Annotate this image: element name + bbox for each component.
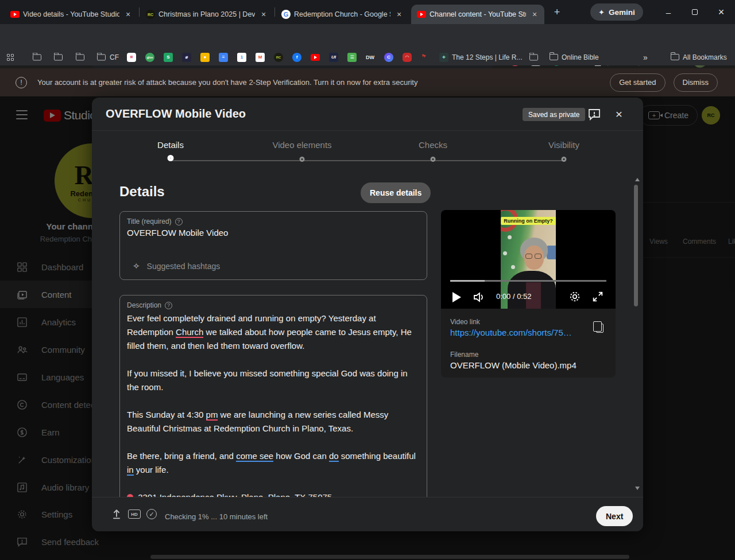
video-link-url[interactable]: https://youtube.com/shorts/75… [450, 328, 572, 337]
scroll-down-arrow[interactable] [635, 487, 640, 490]
video-info-panel: Video link https://youtube.com/shorts/75… [441, 309, 616, 378]
google-favicon-icon: G [281, 10, 291, 19]
step-video-elements[interactable]: Video elements [272, 140, 331, 150]
gloo-bookmark-icon[interactable]: gloo [145, 53, 154, 62]
gemini-label: Gemini [609, 8, 635, 17]
tab-channel-content-active[interactable]: Channel content - YouTube Stu × [411, 5, 544, 24]
bookmark-folder[interactable] [54, 54, 63, 60]
bookmark-folder[interactable] [76, 54, 84, 60]
window-minimize-button[interactable]: – [659, 3, 678, 21]
time-display: 0:00 / 0:52 [496, 292, 531, 301]
dismiss-button[interactable]: Dismiss [674, 73, 718, 92]
hd-processing-icon: HD [128, 510, 141, 519]
bookmark-online-bible[interactable]: Online Bible [550, 53, 599, 61]
description-text[interactable]: Ever feel completely drained and running… [127, 312, 420, 504]
ui-bookmark-icon[interactable]: UI [329, 53, 338, 62]
step-dot-video-elements[interactable] [300, 157, 305, 162]
bookmark-cf[interactable]: CF [110, 53, 119, 61]
dw-bookmark-icon[interactable]: DW [366, 55, 374, 60]
step-dot-details[interactable] [168, 155, 174, 161]
facebook-bookmark-icon[interactable]: f [292, 53, 301, 62]
tree-bookmark-icon[interactable]: ⸙ [182, 53, 191, 62]
list-green-bookmark-icon[interactable]: ☰ [347, 53, 357, 62]
get-started-button[interactable]: Get started [610, 73, 665, 92]
sheets-bookmark-icon[interactable]: S [164, 53, 173, 62]
window-maximize-button[interactable] [685, 3, 705, 21]
gmail-bookmark-icon[interactable]: M [256, 53, 265, 62]
gemini-star-icon: ✦ [598, 8, 605, 17]
scroll-up-arrow[interactable] [635, 178, 640, 181]
title-field-label: Title (required) ? [127, 217, 427, 225]
slack-bookmark-icon[interactable]: ⌗ [127, 53, 136, 62]
title-field[interactable]: Title (required) ? OVERFLOW Mobile Video… [119, 211, 427, 280]
bookmark-folder[interactable] [529, 54, 538, 60]
fullscreen-icon[interactable] [591, 290, 604, 303]
keep-bookmark-icon[interactable]: ● [200, 53, 210, 62]
c-purple-bookmark-icon[interactable]: C [384, 53, 393, 62]
thumbnail-seat [547, 246, 556, 259]
maximize-icon [692, 9, 698, 15]
side-panel-apps-icon[interactable] [7, 54, 14, 61]
player-settings-gear-icon[interactable] [568, 290, 581, 303]
send-feedback-icon[interactable] [587, 107, 601, 121]
all-bookmarks[interactable]: All Bookmarks [671, 53, 727, 61]
docs-bookmark-icon[interactable]: ≡ [219, 53, 228, 62]
details-heading: Details [119, 184, 165, 200]
tab-close-icon[interactable]: × [394, 9, 404, 20]
reuse-details-button[interactable]: Reuse details [361, 182, 431, 203]
dialog-header: OVERFLOW Mobile Video Saved as private × [92, 98, 643, 131]
tab-christmas-plano[interactable]: RC Christmas in Plano 2025 | Devo × [140, 5, 273, 24]
help-icon[interactable]: ? [175, 218, 183, 225]
tab-title: Redemption Church - Google S [294, 10, 390, 18]
red-paw-bookmark-icon[interactable]: ❞ [421, 53, 425, 61]
red-app-bookmark-icon[interactable]: ◠ [403, 53, 412, 62]
gemini-button[interactable]: ✦ Gemini [590, 3, 643, 21]
tab-close-icon[interactable]: × [258, 9, 269, 20]
dialog-title: OVERFLOW Mobile Video [106, 107, 246, 120]
step-dot-visibility[interactable] [562, 157, 567, 162]
youtube-favicon-icon [10, 10, 20, 19]
rc-bookmark-icon[interactable]: RC [274, 53, 283, 62]
tab-close-icon[interactable]: × [529, 9, 540, 20]
tab-close-icon[interactable]: × [123, 9, 133, 20]
tab-title: Video details - YouTube Studio [23, 10, 119, 18]
close-dialog-icon[interactable]: × [611, 106, 627, 122]
step-visibility[interactable]: Visibility [548, 140, 579, 150]
new-tab-button[interactable]: + [550, 6, 564, 20]
suggested-hashtags[interactable]: ✧ Suggested hashtags [133, 261, 220, 271]
play-icon[interactable] [452, 292, 461, 302]
tab-title: Christmas in Plano 2025 | Devo [158, 10, 255, 18]
step-dot-checks[interactable] [431, 157, 436, 162]
bookmarks-overflow-chevron[interactable]: » [643, 53, 648, 62]
video-link-label: Video link [450, 318, 480, 326]
dialog-scrollbar[interactable] [634, 185, 638, 306]
thumbnail-glasses [525, 254, 532, 259]
step-checks[interactable]: Checks [419, 140, 447, 150]
window-close-button[interactable]: × [711, 3, 731, 21]
bookmarks-bar: CF ⌗ gloo S ⸙ ● ≡ 1 M RC f UI ☰ DW C ◠ ❞… [0, 49, 735, 65]
help-icon[interactable]: ? [165, 302, 172, 309]
stepper-line [171, 160, 564, 161]
filename-label: Filename [450, 351, 478, 359]
next-button[interactable]: Next [596, 506, 633, 526]
youtube-bookmark-icon[interactable] [311, 54, 320, 61]
tab-title: Channel content - YouTube Stu [430, 10, 526, 18]
youtube-favicon-icon [417, 10, 426, 19]
step-details[interactable]: Details [157, 140, 184, 150]
bookmark-folder[interactable] [97, 54, 106, 60]
tab-video-details[interactable]: Video details - YouTube Studio × [5, 5, 138, 24]
description-field[interactable]: Description ? Ever feel completely drain… [119, 295, 427, 531]
copy-link-icon[interactable] [596, 324, 604, 333]
calendar-bookmark-icon[interactable]: 1 [237, 53, 246, 62]
tab-redemption-google[interactable]: G Redemption Church - Google S × [276, 5, 409, 24]
title-field-value[interactable]: OVERFLOW Mobile Video [127, 228, 420, 238]
bookmark-twelve-steps[interactable]: ✚The 12 Steps | Life R... [439, 53, 523, 62]
video-caption-overlay: Running on Empty? [501, 217, 556, 225]
video-player[interactable]: Running on Empty? 0:00 / 0:52 [441, 210, 616, 309]
player-progress-bar[interactable] [450, 280, 606, 282]
upload-progress-icon [111, 508, 122, 522]
checks-status-icon: ✓ [146, 509, 157, 519]
bookmark-folder[interactable] [33, 54, 41, 60]
volume-icon[interactable] [472, 290, 486, 304]
description-field-label: Description ? [127, 301, 427, 309]
